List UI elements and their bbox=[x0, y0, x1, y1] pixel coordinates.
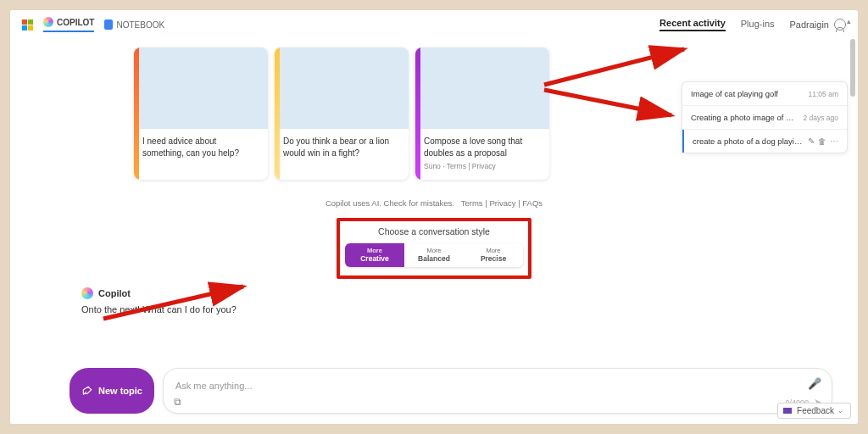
style-option-precise[interactable]: More Precise bbox=[464, 243, 523, 267]
image-attach-icon[interactable]: ⧉ bbox=[174, 396, 181, 408]
more-icon[interactable]: ⋯ bbox=[830, 136, 838, 146]
copilot-swirl-icon bbox=[43, 17, 53, 27]
suggestion-card[interactable]: I need advice about something, can you h… bbox=[134, 47, 268, 180]
tab-notebook[interactable]: NOTEBOOK bbox=[104, 19, 164, 30]
card-caption: Do you think a bear or a lion would win … bbox=[275, 129, 409, 167]
style-option-top: More bbox=[408, 248, 460, 254]
style-picker: More Creative More Balanced More Precise bbox=[345, 243, 523, 267]
copilot-label: COPILOT bbox=[57, 18, 94, 27]
microsoft-logo-icon bbox=[22, 19, 33, 31]
card-thumbnail bbox=[415, 47, 549, 129]
app-window: ▴ COPILOT NOTEBOOK Recent activity Plug-… bbox=[10, 10, 858, 424]
style-option-top: More bbox=[467, 248, 520, 254]
card-accent bbox=[134, 47, 139, 180]
recent-item-actions: ✎ 🗑 ⋯ bbox=[808, 136, 838, 146]
privacy-link[interactable]: Privacy bbox=[489, 198, 515, 208]
card-thumbnail bbox=[275, 47, 409, 129]
delete-icon[interactable]: 🗑 bbox=[818, 136, 826, 146]
style-option-creative[interactable]: More Creative bbox=[345, 243, 404, 267]
suggestion-card[interactable]: Do you think a bear or a lion would win … bbox=[275, 47, 409, 180]
recent-item-time: 11:05 am bbox=[809, 90, 838, 98]
agent-header: Copilot bbox=[81, 287, 607, 299]
card-accent bbox=[415, 47, 420, 180]
broom-icon bbox=[81, 385, 93, 397]
style-picker-title: Choose a conversation style bbox=[345, 226, 523, 236]
ai-disclaimer: Copilot uses AI. Check for mistakes. Ter… bbox=[22, 198, 846, 208]
new-topic-label: New topic bbox=[98, 386, 142, 396]
avatar-icon bbox=[834, 19, 846, 31]
feedback-label: Feedback bbox=[797, 406, 834, 415]
recent-item[interactable]: Image of cat playing golf 11:05 am bbox=[682, 82, 847, 106]
mic-icon[interactable]: 🎤 bbox=[808, 377, 821, 390]
tab-plugins[interactable]: Plug-ins bbox=[741, 19, 775, 31]
card-subcaption: Suno · Terms | Privacy bbox=[424, 162, 541, 171]
compose-row: New topic ⧉ 🎤 0/4000 ➤ bbox=[70, 368, 832, 414]
tab-copilot[interactable]: COPILOT bbox=[43, 17, 94, 32]
recent-item-time: 2 days ago bbox=[803, 114, 838, 122]
header-right: Recent activity Plug-ins Padraigin bbox=[659, 18, 846, 31]
style-option-balanced[interactable]: More Balanced bbox=[404, 243, 464, 267]
notebook-icon bbox=[104, 19, 113, 30]
recent-item-title: Image of cat playing golf bbox=[691, 89, 804, 98]
prompt-input[interactable] bbox=[175, 381, 789, 391]
username-label: Padraigin bbox=[790, 19, 829, 30]
copilot-swirl-icon bbox=[81, 287, 93, 299]
disclaimer-text: Copilot uses AI. Check for mistakes. bbox=[326, 198, 454, 208]
card-accent bbox=[275, 47, 280, 180]
style-option-bot: Creative bbox=[348, 255, 401, 263]
style-option-bot: Balanced bbox=[408, 255, 460, 263]
app-header: COPILOT NOTEBOOK Recent activity Plug-in… bbox=[10, 10, 858, 39]
recent-item-active[interactable]: create a photo of a dog playing a g ✎ 🗑 … bbox=[682, 130, 847, 153]
new-topic-button[interactable]: New topic bbox=[70, 368, 154, 414]
main-content: I need advice about something, can you h… bbox=[10, 47, 858, 424]
terms-link[interactable]: Terms bbox=[461, 198, 483, 208]
suggestion-card[interactable]: Compose a love song that doubles as a pr… bbox=[415, 47, 549, 180]
chevron-down-icon: ⌄ bbox=[837, 407, 843, 415]
edit-icon[interactable]: ✎ bbox=[808, 136, 815, 146]
card-thumbnail bbox=[134, 47, 268, 129]
style-option-top: More bbox=[348, 248, 401, 254]
chat-area: Copilot Onto the next! What can I do for… bbox=[81, 287, 607, 314]
compose-bottom-icons: ⧉ bbox=[174, 396, 181, 408]
agent-greeting: Onto the next! What can I do for you? bbox=[81, 304, 607, 314]
style-option-bot: Precise bbox=[467, 255, 520, 263]
user-menu[interactable]: Padraigin bbox=[790, 19, 846, 31]
recent-item[interactable]: Creating a photo image of a tropical be … bbox=[682, 106, 847, 130]
header-left: COPILOT NOTEBOOK bbox=[22, 17, 164, 32]
style-picker-highlight: Choose a conversation style More Creativ… bbox=[337, 218, 531, 279]
agent-name: Copilot bbox=[98, 288, 131, 298]
compose-right-icons: 🎤 bbox=[808, 377, 821, 390]
card-caption: Compose a love song that doubles as a pr… bbox=[415, 129, 549, 180]
recent-item-title: create a photo of a dog playing a g bbox=[693, 136, 803, 146]
faqs-link[interactable]: FAQs bbox=[522, 198, 542, 208]
compose-box[interactable]: ⧉ 🎤 0/4000 ➤ bbox=[163, 368, 832, 414]
collapse-caret[interactable]: ▴ bbox=[847, 17, 851, 25]
recent-item-title: Creating a photo image of a tropical be bbox=[691, 113, 798, 122]
recent-activity-panel: Image of cat playing golf 11:05 am Creat… bbox=[682, 81, 848, 153]
notebook-label: NOTEBOOK bbox=[116, 20, 164, 30]
feedback-button[interactable]: Feedback ⌄ bbox=[777, 403, 851, 419]
tab-recent-activity[interactable]: Recent activity bbox=[659, 18, 726, 31]
card-caption-text: Compose a love song that doubles as a pr… bbox=[424, 136, 522, 158]
card-caption: I need advice about something, can you h… bbox=[134, 129, 268, 167]
